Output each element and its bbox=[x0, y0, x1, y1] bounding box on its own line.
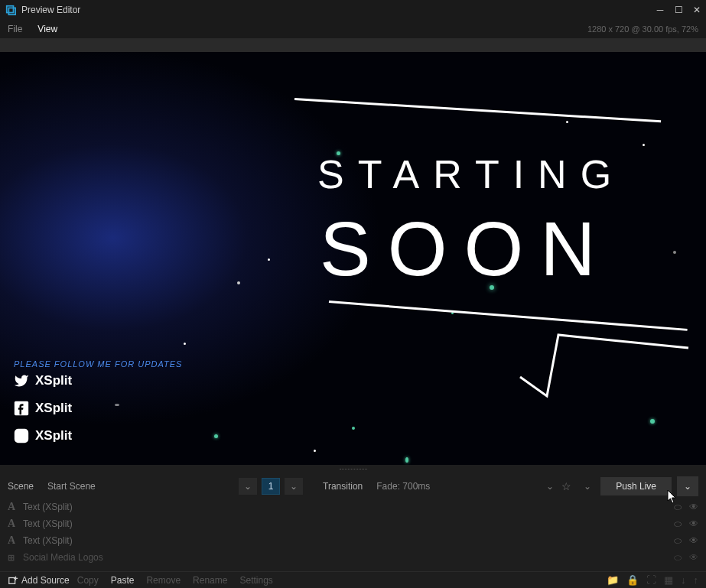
menu-view[interactable]: View bbox=[30, 21, 65, 37]
decor-chevron bbox=[516, 331, 692, 408]
svg-rect-1 bbox=[8, 8, 15, 15]
transition-menu[interactable]: ⌄ bbox=[579, 481, 596, 492]
grid-icon[interactable]: ▦ bbox=[664, 574, 673, 586]
scene-number-dropdown[interactable]: ⌄ bbox=[285, 478, 303, 495]
text-icon: A bbox=[8, 501, 23, 513]
app-icon bbox=[5, 4, 17, 16]
instagram-icon bbox=[14, 428, 29, 443]
source-name: Text (XSplit) bbox=[23, 535, 674, 546]
social-twitter: XSplit bbox=[14, 373, 72, 388]
transition-label: Transition bbox=[323, 481, 363, 492]
settings-button[interactable]: Settings bbox=[235, 575, 277, 586]
add-source-button[interactable]: Add Source bbox=[8, 575, 70, 586]
source-name: Text (XSplit) bbox=[23, 502, 674, 512]
link-icon[interactable]: ⬭ bbox=[674, 535, 682, 546]
source-row[interactable]: ⊞ Social Media Logos ⬭👁 bbox=[0, 549, 706, 566]
decor-line-top bbox=[294, 98, 661, 122]
source-row[interactable]: A Text (XSplit) ⬭👁 bbox=[0, 532, 706, 549]
social-instagram: XSplit bbox=[14, 428, 72, 443]
link-icon[interactable]: ⬭ bbox=[674, 502, 682, 512]
title-bar: Preview Editor ─ ☐ ✕ bbox=[0, 0, 706, 20]
scene-bar: Scene Start Scene ⌄ 1 ⌄ Transition Fade:… bbox=[0, 474, 706, 499]
move-down-icon[interactable]: ↓ bbox=[681, 574, 686, 586]
push-live-button[interactable]: Push Live bbox=[600, 477, 672, 495]
visibility-icon[interactable]: 👁 bbox=[689, 502, 698, 512]
scene-select[interactable]: Start Scene bbox=[43, 478, 234, 495]
resolution-status: 1280 x 720 @ 30.00 fps, 72% bbox=[587, 24, 698, 34]
social-facebook-label: XSplit bbox=[35, 401, 72, 416]
close-button[interactable]: ✕ bbox=[688, 0, 706, 20]
copy-button[interactable]: Copy bbox=[73, 575, 103, 586]
preview-text-soon: SOON bbox=[320, 205, 612, 293]
push-live-label: Push Live bbox=[616, 481, 656, 492]
menu-file[interactable]: File bbox=[0, 21, 30, 37]
footer-bar: Add Source Copy Paste Remove Rename Sett… bbox=[0, 571, 706, 588]
facebook-icon bbox=[14, 401, 29, 416]
transition-dropdown[interactable]: ⌄ bbox=[546, 481, 554, 492]
menu-bar: File View 1280 x 720 @ 30.00 fps, 72% bbox=[0, 20, 706, 38]
svg-rect-0 bbox=[7, 6, 14, 13]
svg-point-5 bbox=[24, 431, 26, 433]
expand-icon[interactable]: ⛶ bbox=[646, 574, 656, 586]
link-icon[interactable]: ⬭ bbox=[674, 518, 682, 529]
decor-line-bottom bbox=[329, 300, 688, 331]
push-live-dropdown[interactable]: ⌄ bbox=[677, 476, 698, 496]
add-source-label: Add Source bbox=[21, 575, 70, 586]
twitter-icon bbox=[14, 373, 29, 388]
source-row[interactable]: A Text (XSplit) ⬭👁 bbox=[0, 515, 706, 532]
social-facebook: XSplit bbox=[14, 401, 72, 416]
move-up-icon[interactable]: ↑ bbox=[694, 574, 699, 586]
scene-number[interactable]: 1 bbox=[262, 478, 280, 495]
scene-label: Scene bbox=[8, 481, 34, 492]
preview-text-starting: STARTING bbox=[317, 151, 625, 197]
text-icon: A bbox=[8, 534, 23, 547]
favorite-button[interactable]: ☆ bbox=[558, 480, 574, 492]
transition-select[interactable]: Fade: 700ms bbox=[372, 478, 494, 495]
preview-canvas[interactable]: STARTING SOON PLEASE FOLLOW ME FOR UPDAT… bbox=[0, 52, 706, 465]
group-icon: ⊞ bbox=[8, 553, 23, 563]
maximize-button[interactable]: ☐ bbox=[669, 0, 688, 20]
folder-icon[interactable]: 📁 bbox=[607, 574, 619, 586]
visibility-icon[interactable]: 👁 bbox=[689, 518, 698, 529]
link-icon[interactable]: ⬭ bbox=[674, 552, 682, 563]
paste-button[interactable]: Paste bbox=[106, 575, 139, 586]
scene-dropdown[interactable]: ⌄ bbox=[239, 478, 257, 495]
source-list: A Text (XSplit) ⬭👁 A Text (XSplit) ⬭👁 A … bbox=[0, 499, 706, 571]
social-instagram-label: XSplit bbox=[35, 428, 72, 443]
social-twitter-label: XSplit bbox=[35, 373, 72, 388]
svg-point-4 bbox=[19, 434, 24, 439]
source-name: Social Media Logos bbox=[23, 552, 674, 563]
toolbar-strip bbox=[0, 38, 706, 52]
source-name: Text (XSplit) bbox=[23, 518, 674, 529]
source-row[interactable]: A Text (XSplit) ⬭👁 bbox=[0, 499, 706, 515]
visibility-icon[interactable]: 👁 bbox=[689, 535, 698, 546]
scene-name: Start Scene bbox=[47, 481, 96, 492]
add-icon bbox=[8, 575, 18, 586]
visibility-icon[interactable]: 👁 bbox=[689, 552, 698, 563]
text-icon: A bbox=[8, 518, 23, 530]
rename-button[interactable]: Rename bbox=[188, 575, 232, 586]
preview-follow-text: PLEASE FOLLOW ME FOR UPDATES bbox=[14, 359, 182, 369]
transition-value: Fade: 700ms bbox=[376, 481, 430, 492]
minimize-button[interactable]: ─ bbox=[651, 0, 669, 20]
panel-grip[interactable] bbox=[0, 465, 706, 474]
remove-button[interactable]: Remove bbox=[142, 575, 185, 586]
lock-icon[interactable]: 🔒 bbox=[626, 574, 639, 586]
window-title: Preview Editor bbox=[21, 5, 80, 15]
